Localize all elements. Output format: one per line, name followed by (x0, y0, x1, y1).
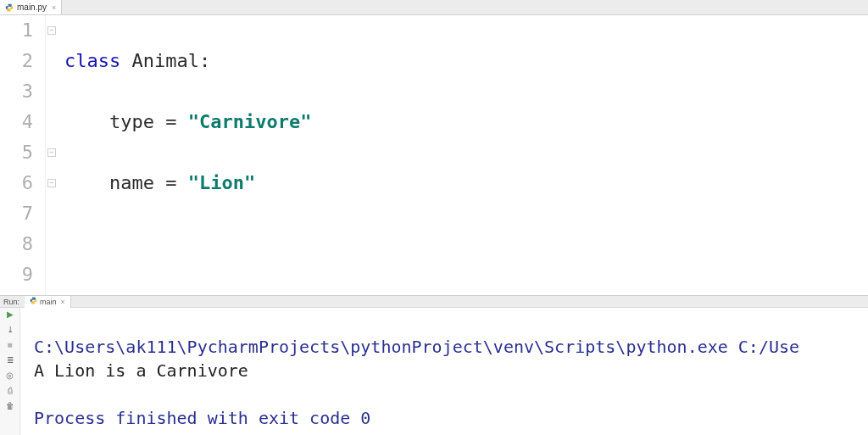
fold-gutter: − − − (46, 15, 61, 295)
print-icon[interactable]: ⎙ (3, 384, 17, 396)
run-tab-label: main (40, 298, 57, 306)
fold-marker-icon[interactable]: − (47, 179, 56, 187)
target-icon[interactable]: ◎ (3, 369, 17, 381)
close-icon[interactable]: × (52, 3, 56, 12)
indent (64, 172, 109, 193)
line-number: 7 (0, 198, 33, 229)
console-output[interactable]: C:\Users\ak111\PycharmProjects\pythonPro… (20, 296, 868, 435)
step-down-icon[interactable]: ⤓ (3, 323, 17, 335)
python-run-icon (30, 297, 37, 306)
code-text: name = (109, 172, 188, 193)
run-tab-main[interactable]: main × (25, 296, 71, 308)
run-label: Run: (3, 298, 19, 306)
code-editor[interactable]: 1 2 3 4 5 6 7 8 9 − − − class Animal: ty… (0, 15, 868, 295)
editor-tabbar: main.py × (0, 0, 868, 15)
trash-icon[interactable]: 🗑 (3, 399, 17, 411)
code-line[interactable] (64, 229, 868, 259)
line-number: 9 (0, 259, 33, 290)
console-stdout-line: A Lion is a Carnivore (34, 360, 248, 381)
code-text: type = (109, 111, 188, 132)
string-literal: "Lion" (188, 172, 255, 193)
line-number: 6 (0, 168, 33, 198)
code-line[interactable]: class Animal: (64, 46, 868, 76)
fold-marker-icon[interactable]: − (47, 26, 56, 35)
run-toolbar: ▶ ⤓ ■ ≣ ◎ ⎙ 🗑 (0, 296, 20, 435)
method-name: show_output( (143, 294, 289, 295)
code-line[interactable]: name = "Lion" (64, 168, 868, 198)
run-tool-window: Run: main × ▶ ⤓ ■ ≣ ◎ ⎙ 🗑 C:\Users\ak111… (0, 295, 868, 435)
line-number: 5 (0, 137, 33, 168)
layout-icon[interactable]: ≣ (3, 354, 17, 365)
line-number: 4 (0, 107, 33, 137)
code-line[interactable]: type = "Carnivore" (64, 107, 868, 137)
close-icon[interactable]: × (61, 298, 65, 306)
code-text: ): (334, 294, 357, 295)
line-number-gutter: 1 2 3 4 5 6 7 8 9 (0, 15, 46, 295)
indent (64, 111, 109, 132)
string-literal: "Carnivore" (188, 111, 312, 132)
keyword-def: def (109, 294, 143, 295)
line-number: 2 (0, 46, 33, 76)
console-command-line: C:\Users\ak111\PycharmProjects\pythonPro… (34, 337, 799, 357)
keyword-class: class (64, 50, 120, 71)
fold-marker-icon[interactable]: − (47, 148, 56, 157)
indent (64, 294, 109, 295)
code-text: Animal: (120, 50, 210, 71)
code-area[interactable]: class Animal: type = "Carnivore" name = … (61, 15, 868, 295)
line-number: 1 (0, 15, 33, 46)
play-icon[interactable]: ▶ (3, 308, 17, 320)
stop-icon[interactable]: ■ (3, 338, 17, 350)
line-number: 8 (0, 229, 33, 259)
editor-tab-label: main.py (17, 3, 47, 12)
python-file-icon (5, 3, 14, 12)
editor-tab-main[interactable]: main.py × (0, 0, 62, 14)
code-line[interactable]: def show_output(self): (64, 290, 868, 295)
console-exit-line: Process finished with exit code 0 (34, 408, 370, 428)
keyword-self: self (289, 294, 334, 295)
run-header: Run: main × (0, 296, 868, 308)
line-number: 3 (0, 76, 33, 107)
